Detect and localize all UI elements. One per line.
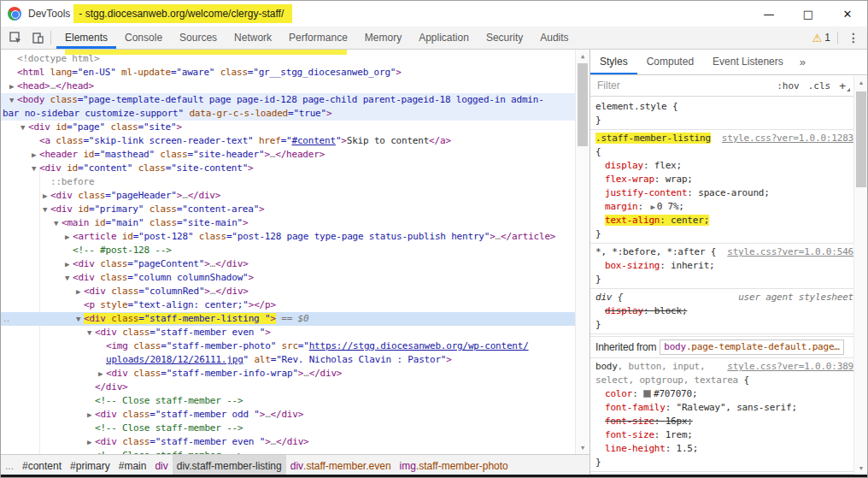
- dom-tree-line[interactable]: ▼<div class="column columnShadow">: [1, 271, 575, 285]
- dom-tree-line[interactable]: <!-- #post-128 -->: [1, 244, 575, 257]
- css-rule-line[interactable]: element.style {: [590, 100, 853, 114]
- expand-arrow-icon[interactable]: ▶: [62, 257, 73, 271]
- css-rule-line[interactable]: div {user agent stylesheet: [590, 291, 853, 304]
- css-property-line[interactable]: display: block;: [590, 304, 853, 318]
- css-rule-line[interactable]: }: [590, 227, 853, 244]
- css-property-value[interactable]: block;: [654, 305, 688, 316]
- dom-tree-line[interactable]: ‥▼<div class="staff-member-listing "> ==…: [1, 312, 575, 326]
- dom-tree-line[interactable]: uploads/2018/12/26111.jpg" alt="Rev. Nic…: [1, 353, 575, 367]
- css-rule-line[interactable]: }: [590, 273, 853, 289]
- css-property-value[interactable]: inherit;: [671, 260, 714, 271]
- dom-tree-line[interactable]: ▶<article id="post-128" class="post-128 …: [1, 230, 575, 244]
- device-toolbar-icon[interactable]: [26, 27, 49, 48]
- css-property-value[interactable]: center;: [671, 215, 709, 226]
- scroll-up-icon[interactable]: ▲: [854, 76, 868, 89]
- css-property-line[interactable]: font-family: "Raleway", sans-serif;: [590, 401, 853, 415]
- css-property-name[interactable]: font-size: [605, 416, 654, 427]
- expand-arrow-icon[interactable]: ▶: [95, 367, 106, 381]
- css-property-line[interactable]: margin: ▶0 7%;: [590, 200, 853, 214]
- scroll-down-icon[interactable]: ▼: [854, 462, 868, 475]
- element-classes-button[interactable]: .cls: [808, 80, 831, 91]
- dom-tree-line[interactable]: <p style="text-align: center;"></p>: [1, 298, 575, 312]
- tab-application[interactable]: Application: [410, 27, 478, 49]
- css-property-value[interactable]: 1rem;: [666, 429, 693, 440]
- expand-arrow-icon[interactable]: ▶: [62, 230, 73, 244]
- expand-arrow-icon[interactable]: ▶: [28, 148, 39, 162]
- maximize-button[interactable]: □: [789, 1, 828, 27]
- scrollbar-thumb[interactable]: [856, 91, 866, 187]
- toggle-element-state-button[interactable]: :hov: [777, 80, 800, 91]
- css-property-line[interactable]: line-height: 1.5;: [590, 442, 853, 456]
- node-options-icon[interactable]: ‥: [3, 312, 10, 326]
- dom-tree-line[interactable]: ▶<div class="staff-member-info-wrap">…</…: [1, 367, 575, 381]
- css-property-line[interactable]: text-align: center;: [590, 214, 853, 227]
- breadcrumb-item[interactable]: div: [150, 455, 172, 476]
- styles-scrollbar[interactable]: ▲ ▼: [853, 76, 867, 475]
- css-property-name[interactable]: margin: [605, 201, 638, 212]
- dom-tree-line[interactable]: ▶<div class="columnRed">…</div>: [1, 285, 575, 298]
- tab-console[interactable]: Console: [116, 27, 171, 49]
- css-property-value[interactable]: #707070;: [654, 388, 697, 399]
- sidebar-tab-computed[interactable]: Computed: [637, 50, 703, 74]
- css-rule-line[interactable]: }: [590, 114, 853, 130]
- dom-tree-line[interactable]: <!-- Close staff-member -->: [1, 449, 575, 454]
- tab-network[interactable]: Network: [226, 27, 280, 49]
- console-warning-badge[interactable]: ⚠ 1: [812, 32, 830, 44]
- css-property-name[interactable]: display: [605, 305, 643, 316]
- css-rule-line[interactable]: *, *:before, *:after { style.css?ver=1.0…: [590, 245, 853, 259]
- css-property-name[interactable]: display: [605, 160, 643, 171]
- styles-filter-input[interactable]: [597, 80, 768, 91]
- dom-tree-line[interactable]: ▼<div class="staff-member even ">: [1, 326, 575, 339]
- tab-elements[interactable]: Elements: [56, 27, 116, 49]
- source-link[interactable]: style.css?ver=1.0.0:389: [727, 361, 853, 372]
- breadcrumb-item[interactable]: img.staff-member-photo: [396, 455, 513, 476]
- expand-arrow-icon[interactable]: ▶: [84, 408, 95, 422]
- tab-sources[interactable]: Sources: [171, 27, 226, 49]
- css-property-name[interactable]: font-family: [605, 402, 666, 413]
- css-property-line[interactable]: display: flex;: [590, 159, 853, 173]
- scroll-down-icon[interactable]: ▼: [576, 441, 589, 454]
- dom-tree-line[interactable]: ▶<head>…</head>: [1, 80, 575, 93]
- dom-tree-line[interactable]: ▶<div class="staff-member even ">…</div>: [1, 435, 575, 449]
- dom-tree-line[interactable]: </div>: [1, 381, 575, 394]
- css-property-line[interactable]: color: #707070;: [590, 387, 853, 401]
- inspect-element-icon[interactable]: [4, 27, 26, 48]
- css-property-name[interactable]: flex-wrap: [605, 174, 654, 185]
- source-link[interactable]: style.css?ver=1.0.0:546: [727, 246, 853, 257]
- css-property-value[interactable]: 16px;: [666, 416, 693, 427]
- breadcrumb-item[interactable]: #content: [18, 455, 66, 476]
- css-property-name[interactable]: justify-content: [605, 187, 687, 198]
- dom-tree-line[interactable]: ▶<div class="pageHeader">…</div>: [1, 189, 575, 203]
- css-property-value[interactable]: wrap;: [666, 174, 693, 185]
- dom-tree-line[interactable]: <img class="staff-member-photo" src="htt…: [1, 339, 575, 353]
- source-link[interactable]: https://stgg.diocesanweb.org/wp-content/: [309, 340, 529, 351]
- tab-performance[interactable]: Performance: [280, 27, 356, 49]
- css-property-name[interactable]: color: [605, 388, 632, 399]
- expand-arrow-icon[interactable]: ▶: [39, 189, 50, 203]
- collapse-arrow-icon[interactable]: ▼: [62, 271, 73, 285]
- source-link[interactable]: uploads/2018/12/26111.jpg: [106, 354, 243, 365]
- breadcrumb-item[interactable]: ...: [1, 455, 18, 476]
- css-property-value[interactable]: "Raleway", sans-serif;: [677, 402, 797, 413]
- dom-tree-line[interactable]: ▼<div id="page" class="site">: [1, 121, 575, 134]
- minimize-button[interactable]: —: [749, 1, 789, 27]
- source-link[interactable]: #content: [292, 135, 336, 146]
- breadcrumb-item[interactable]: div.staff-member.even: [286, 455, 396, 476]
- dom-tree-line[interactable]: ▶<header id="masthead" class="site-heade…: [1, 148, 575, 162]
- tab-audits[interactable]: Audits: [531, 27, 577, 49]
- dom-tree-line[interactable]: <!-- Close staff-member -->: [1, 422, 575, 435]
- collapse-arrow-icon[interactable]: ▼: [28, 162, 39, 175]
- dom-tree-line[interactable]: <a class="skip-link screen-reader-text" …: [1, 134, 575, 148]
- kebab-menu-icon[interactable]: ⋮: [845, 31, 862, 44]
- inherited-node-link[interactable]: body.page-template-default.page…: [660, 339, 844, 355]
- css-rule-line[interactable]: body, button, input,style.css?ver=1.0.0:…: [590, 360, 853, 374]
- css-rule-line[interactable]: select, optgroup, textarea {: [590, 374, 853, 387]
- css-rule-line[interactable]: }: [590, 456, 853, 472]
- collapse-arrow-icon[interactable]: ▼: [50, 216, 62, 230]
- elements-scrollbar[interactable]: ▲▼: [575, 50, 589, 454]
- dom-tree-line[interactable]: ::before: [1, 175, 575, 189]
- dom-tree-line[interactable]: <html lang="en-US" ml-update="aware" cla…: [1, 66, 575, 80]
- css-property-name[interactable]: font-size: [605, 429, 654, 440]
- css-property-name[interactable]: line-height: [605, 443, 666, 454]
- collapse-arrow-icon[interactable]: ▼: [39, 203, 50, 216]
